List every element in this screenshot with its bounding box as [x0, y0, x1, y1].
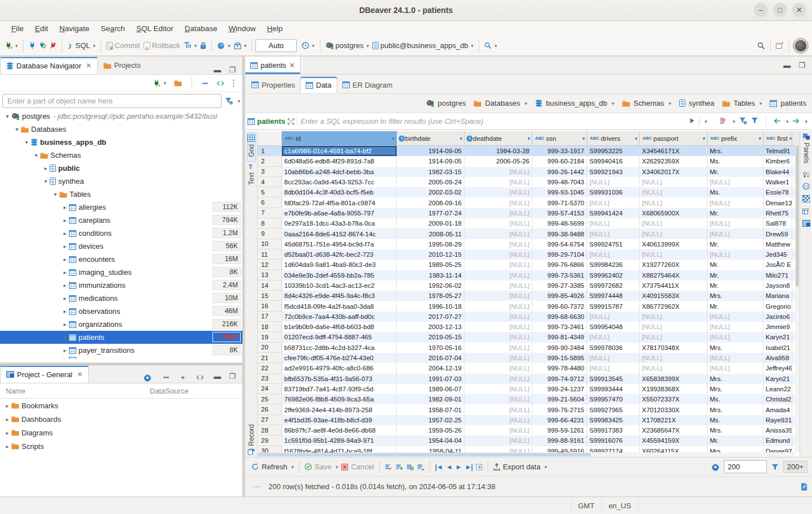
duplicate-row-button[interactable] — [405, 463, 415, 472]
close-button[interactable]: ✕ — [792, 3, 806, 17]
menu-help[interactable]: Help — [262, 23, 289, 34]
chevron-down-icon[interactable]: ▾ — [366, 43, 369, 49]
minimize-editor-icon[interactable]: ▬ — [783, 61, 791, 70]
expander-icon[interactable]: ▸ — [61, 269, 69, 275]
cell-passport[interactable]: X26292359X — [640, 156, 707, 166]
transaction-log-button[interactable]: ▾ — [182, 41, 199, 50]
breadcrumb-databases[interactable]: Databases▾ — [474, 99, 527, 107]
column-datasource[interactable]: DataSource — [150, 387, 189, 395]
nav-back-button[interactable] — [774, 117, 781, 126]
edit-value-button[interactable] — [383, 463, 394, 472]
expander-icon[interactable]: ▾ — [3, 113, 11, 119]
row-number[interactable]: 4 — [258, 177, 282, 187]
expander-icon[interactable]: ▾ — [23, 139, 31, 145]
calc-panel-icon[interactable] — [802, 183, 810, 190]
column-header-deathdate[interactable]: deathdate▾ — [464, 131, 532, 145]
chevron-down-icon[interactable]: ▾ — [471, 43, 474, 49]
breadcrumb-business_apps_db[interactable]: business_apps_db▾ — [535, 99, 614, 107]
filter-icon[interactable] — [225, 97, 233, 105]
cell-first[interactable]: Jayson8 — [763, 280, 792, 291]
cell-ssn[interactable]: 999-26-1442 — [532, 167, 587, 177]
breadcrumb-synthea[interactable]: synthea — [679, 99, 715, 107]
value-viewer-panel-icon[interactable] — [802, 172, 810, 178]
cell-deathdate[interactable]: [NULL] — [464, 260, 532, 270]
cell-drivers[interactable]: S99915787 — [587, 301, 640, 311]
row-number[interactable]: 15 — [258, 291, 282, 301]
tab-project-general[interactable]: Project - General ✕ — [0, 365, 89, 383]
cell-passport[interactable]: [NULL] — [640, 177, 707, 187]
cell-ssn[interactable]: 999-73-5361 — [532, 270, 587, 280]
chevron-down-icon[interactable]: ▾ — [525, 101, 528, 106]
transaction-history-button[interactable]: ▾ — [300, 41, 316, 50]
cell-drivers[interactable]: [NULL] — [587, 197, 640, 208]
column-name[interactable]: Name — [0, 387, 150, 395]
tree-table-allergies[interactable]: ▸allergies112K — [0, 201, 242, 214]
chevron-down-icon[interactable]: ▾ — [237, 98, 240, 104]
cell-first[interactable]: Jeffrey46 — [763, 363, 792, 373]
cell-passport[interactable]: X78170348X — [640, 343, 707, 353]
cell-passport[interactable]: X88275464X — [640, 270, 707, 280]
cell-birthdate[interactable]: 2008-05-11 — [397, 228, 464, 239]
new-folder-button[interactable] — [172, 79, 184, 88]
cell-deathdate[interactable]: [NULL] — [464, 218, 532, 228]
cell-deathdate[interactable]: [NULL] — [464, 343, 532, 353]
tree-connection-postgres[interactable]: ▾postgres- jdbc:postgresql://pdc.pentaho… — [0, 110, 242, 123]
expand-filter-icon[interactable] — [288, 118, 294, 125]
cell-ssn[interactable]: 999-66-4231 — [532, 415, 587, 425]
cell-id[interactable]: c1a6f986-01c4-4581-ba74-bf2 — [282, 146, 397, 156]
chevron-down-icon[interactable]: ▾ — [705, 119, 707, 124]
clear-filter-button[interactable] — [719, 117, 727, 126]
expander-icon[interactable]: ▸ — [61, 204, 69, 210]
row-number[interactable]: 8 — [258, 218, 282, 228]
cell-prefix[interactable]: Mrs. — [707, 425, 763, 435]
cell-birthdate[interactable]: 1978-05-27 — [397, 291, 464, 301]
cell-prefix[interactable]: Mr. — [707, 239, 763, 249]
chevron-down-icon[interactable]: ▾ — [336, 464, 338, 470]
chevron-down-icon[interactable]: ▾ — [163, 80, 166, 86]
cell-prefix[interactable]: Ms. — [707, 394, 763, 404]
cell-deathdate[interactable]: [NULL] — [464, 228, 532, 239]
delete-row-button[interactable] — [415, 463, 426, 472]
cell-id[interactable]: 10339b10-3cd1-4ac3-ac13-ec2 — [282, 280, 397, 291]
cell-deathdate[interactable]: [NULL] — [464, 374, 532, 384]
row-number[interactable]: 29 — [258, 435, 282, 446]
project-item-dashboards[interactable]: ▸Dashboards — [0, 412, 242, 426]
cell-id[interactable]: f5dcd418-09fe-4a2f-baa0-3da8 — [282, 301, 397, 311]
cell-ssn[interactable]: 999-48-7043 — [532, 177, 587, 187]
column-header-prefix[interactable]: ABCprefix▾ — [707, 131, 763, 145]
expander-icon[interactable]: ▸ — [61, 295, 69, 301]
view-menu-icon[interactable] — [231, 78, 237, 88]
row-number[interactable]: 26 — [258, 404, 282, 414]
chevron-down-icon[interactable]: ▾ — [668, 101, 671, 106]
chevron-down-icon[interactable]: ▾ — [805, 119, 807, 124]
chevron-down-icon[interactable]: ▾ — [312, 43, 315, 49]
cell-drivers[interactable]: S99978036 — [587, 343, 640, 353]
cell-deathdate[interactable]: [NULL] — [464, 415, 532, 425]
row-number[interactable]: 19 — [258, 332, 282, 342]
cell-passport[interactable]: [NULL] — [640, 218, 707, 228]
tab-projects[interactable]: Projects — [98, 57, 146, 74]
sql-editor-button[interactable]: JSQL▾ — [66, 40, 98, 51]
cell-prefix[interactable]: Mr. — [707, 270, 763, 280]
cell-id[interactable]: 8db0d104-4c3f-40d3-bcf5-f5eb — [282, 187, 397, 197]
expander-icon[interactable]: ▸ — [61, 334, 69, 340]
cell-first[interactable]: Jed345 — [763, 249, 792, 260]
cell-passport[interactable]: X73754411X — [640, 280, 707, 291]
cell-birthdate[interactable]: 2008-09-16 — [397, 197, 464, 208]
cell-passport[interactable]: X19938368X — [640, 384, 707, 394]
tab-database-navigator[interactable]: Database Navigator ✕ — [0, 57, 98, 74]
cell-first[interactable]: Sal878 — [763, 218, 792, 228]
cell-prefix[interactable]: [NULL] — [707, 353, 763, 363]
cell-id[interactable]: 01207ecd-9dff-4754-8887-465 — [282, 332, 397, 342]
cell-prefix[interactable]: Ms. — [707, 156, 763, 166]
cell-drivers[interactable]: S99940416 — [587, 156, 640, 166]
cell-drivers[interactable]: S99954048 — [587, 322, 640, 332]
cell-prefix[interactable]: [NULL] — [707, 312, 763, 322]
cell-passport[interactable]: [NULL] — [640, 228, 707, 239]
cell-deathdate[interactable]: [NULL] — [464, 312, 532, 322]
cell-first[interactable]: Jimmie9 — [763, 322, 792, 332]
cell-id[interactable]: 2ffe9369-24e4-414b-8973-258 — [282, 404, 397, 414]
corner-header[interactable] — [258, 131, 282, 145]
row-number[interactable]: 24 — [258, 384, 282, 394]
cell-first[interactable]: Leann22 — [763, 384, 792, 394]
